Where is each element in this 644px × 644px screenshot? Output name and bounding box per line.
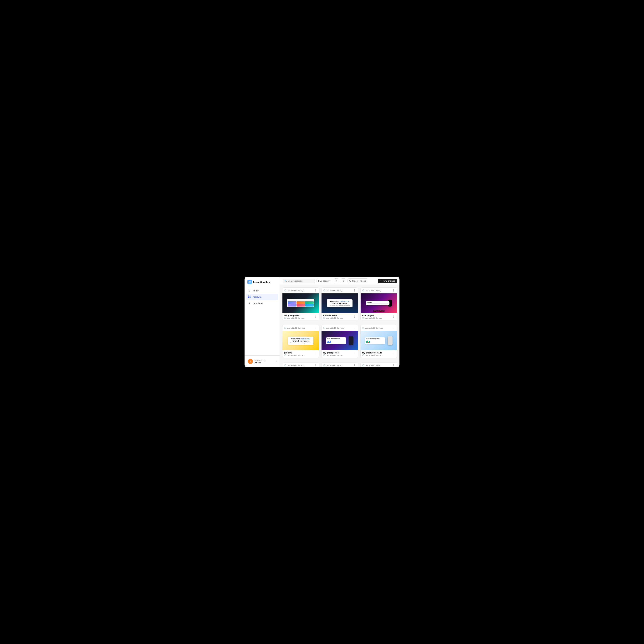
project-thumbnail: Accounting made simplefor small business… — [322, 293, 358, 313]
clock-icon: 🕐 — [284, 327, 286, 329]
project-name: My great project123 — [362, 352, 383, 354]
sidebar-item-home[interactable]: ⌂ Home — [246, 288, 278, 294]
project-name: founder mode — [323, 314, 343, 317]
card-header: 🕐 Last edited 1 day ago ⋮ — [322, 363, 358, 367]
clock-icon: 🕐 — [284, 364, 286, 366]
project-thumbnail: Browser df9df9df9df9df9df — [361, 293, 397, 313]
search-input[interactable] — [288, 280, 313, 282]
project-card[interactable]: 🕐 Last edited 1 day ago ⋮ Accounting mad… — [360, 362, 397, 367]
clock-small-icon: 🕐 — [323, 317, 325, 319]
card-footer: My great project 🕐 Last edited 1 day ago… — [282, 313, 319, 320]
avatar: J — [248, 359, 253, 364]
app-window: ImageSandbox ⌂ Home Projects ⊡ — [245, 277, 399, 367]
card-more-button[interactable]: ⋮ — [313, 315, 317, 318]
project-card[interactable]: 🕐 Last edited 1 day ago ⋮ Browser — [360, 287, 397, 320]
card-header: 🕐 Last edited 2 days ago ⋮ — [282, 325, 319, 331]
user-menu[interactable]: J haya@sch.me Jacob ▾ — [246, 358, 278, 365]
card-footer: founder mode 🕐 Last edited 1 day ago ⋮ — [322, 313, 358, 320]
cards-row-1: 🕐 Last edited 1 day ago ⋮ — [282, 287, 397, 323]
svg-rect-6 — [248, 297, 249, 298]
card-more-button[interactable]: ⋮ — [353, 315, 356, 318]
filter-button[interactable] — [341, 278, 346, 283]
more-button[interactable]: ⋮ — [313, 326, 317, 330]
card-footer: My great project123 🕐 Last edited 8 days… — [361, 350, 397, 358]
search-icon: 🔍 — [284, 280, 287, 282]
sidebar-item-projects[interactable]: Projects — [246, 294, 278, 300]
projects-grid: 🕐 Last edited 1 day ago ⋮ — [280, 285, 399, 367]
card-header: 🕐 Last edited 1 day ago ⋮ — [361, 363, 397, 367]
more-button[interactable]: ⋮ — [313, 363, 317, 367]
more-button[interactable]: ⋮ — [392, 289, 395, 292]
svg-rect-2 — [249, 282, 250, 283]
more-button[interactable]: ⋮ — [392, 363, 395, 367]
sidebar-footer: J haya@sch.me Jacob ▾ — [245, 355, 280, 367]
toolbar: 🔍 Last edited ▾ — [280, 277, 399, 285]
card-header-date: Last edited 2 days ago — [287, 327, 305, 329]
card-footer: nice project 🕐 Last edited 1 day ago ⋮ — [361, 313, 397, 320]
project-card[interactable]: 🕐 Last edited 1 day ago ⋮ Statement — [282, 362, 319, 367]
project-thumbnail: Accounting made simplefor small business… — [282, 331, 319, 350]
new-project-button[interactable]: ✦ New project — [378, 279, 397, 283]
new-project-label: New project — [383, 280, 395, 282]
clock-icon: 🕐 — [323, 327, 325, 329]
card-footer: project1 🕐 Last edited 2 days ago ⋮ — [282, 350, 319, 358]
sort-chevron-icon: ▾ — [329, 280, 331, 282]
user-name: Jacob — [255, 361, 274, 364]
clock-icon: 🕐 — [362, 327, 364, 329]
sort-asc-icon — [335, 280, 338, 282]
project-thumbnail — [282, 293, 319, 313]
project-name: project1 — [284, 352, 305, 354]
project-card[interactable]: 🕐 Last edited 1 day ago ⋮ Accounting mad… — [321, 362, 358, 367]
project-name: My great project — [323, 352, 344, 354]
svg-rect-7 — [250, 297, 250, 298]
sidebar-item-home-label: Home — [253, 289, 259, 292]
card-more-button[interactable]: ⋮ — [353, 352, 356, 356]
sidebar-item-templates[interactable]: ⊡ Templates — [246, 300, 278, 306]
svg-rect-1 — [250, 281, 251, 282]
clock-small-icon: 🕐 — [362, 354, 364, 356]
card-header-date: Last edited 1 day ago — [326, 364, 343, 366]
project-card[interactable]: 🕐 Last edited 2 days ago ⋮ Accounting ma… — [282, 325, 319, 358]
card-header-date: Last edited 1 day ago — [326, 290, 343, 291]
more-button[interactable]: ⋮ — [353, 363, 356, 367]
card-header-date: Last edited 8 days ago — [365, 327, 383, 329]
sidebar-item-templates-label: Templates — [253, 302, 263, 305]
more-button[interactable]: ⋮ — [392, 326, 395, 330]
select-projects-button[interactable]: Select Projects — [348, 278, 368, 283]
project-card[interactable]: 🕐 Last edited 1 day ago ⋮ — [282, 287, 319, 320]
card-header-date: Last edited 8 days ago — [326, 327, 344, 329]
project-date: 🕐 Last edited 1 day ago — [323, 317, 343, 319]
project-card[interactable]: 🕐 Last edited 1 day ago ⋮ Accounting mad… — [321, 287, 358, 320]
card-header: 🕐 Last edited 8 days ago ⋮ — [322, 325, 358, 331]
templates-icon: ⊡ — [248, 302, 251, 305]
filter-icon-button[interactable] — [334, 278, 339, 283]
sort-button[interactable]: Last edited ▾ — [317, 279, 332, 283]
card-more-button[interactable]: ⋮ — [313, 352, 317, 356]
card-more-button[interactable]: ⋮ — [392, 352, 395, 356]
project-name: My great project — [284, 314, 304, 317]
clock-icon: 🕐 — [323, 289, 325, 291]
card-more-button[interactable]: ⋮ — [392, 315, 395, 318]
clock-small-icon: 🕐 — [284, 354, 286, 356]
project-card[interactable]: 🕐 Last edited 8 days ago ⋮ Invest at the… — [321, 325, 358, 358]
select-label: Select Projects — [352, 280, 366, 282]
search-box[interactable]: 🔍 — [283, 279, 315, 283]
card-footer: My great project 🕐 Last edited 8 days ag… — [322, 350, 358, 358]
clock-icon: 🕐 — [362, 364, 364, 366]
home-icon: ⌂ — [248, 289, 251, 292]
user-email: haya@sch.me — [255, 359, 274, 361]
project-thumbnail: Invest at the perfect time. — [361, 331, 397, 350]
more-button[interactable]: ⋮ — [353, 289, 356, 292]
sort-label: Last edited — [318, 280, 329, 282]
clock-small-icon: 🕐 — [362, 317, 364, 319]
more-button[interactable]: ⋮ — [353, 326, 356, 330]
projects-icon — [248, 295, 251, 299]
project-date: 🕐 Last edited 1 day ago — [362, 317, 382, 319]
svg-rect-5 — [250, 296, 250, 296]
svg-rect-0 — [249, 281, 250, 282]
more-button[interactable]: ⋮ — [313, 289, 317, 292]
card-header: 🕐 Last edited 1 day ago ⋮ — [361, 288, 397, 293]
project-card[interactable]: 🕐 Last edited 8 days ago ⋮ Invest at the… — [360, 325, 397, 358]
cards-row-3: 🕐 Last edited 1 day ago ⋮ Statement — [282, 362, 397, 367]
project-date: 🕐 Last edited 8 days ago — [362, 354, 383, 356]
